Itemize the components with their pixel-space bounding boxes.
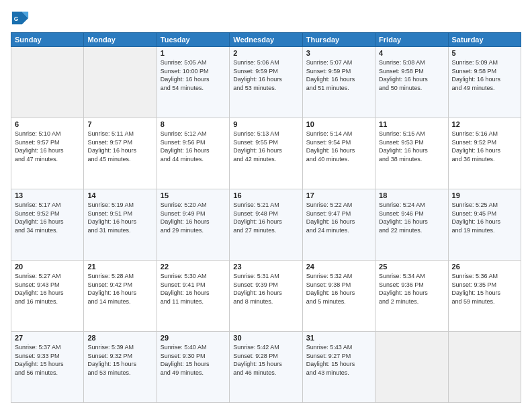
cell-content: Sunrise: 5:10 AM Sunset: 9:57 PM Dayligh… xyxy=(15,130,80,163)
weekday-header-thursday: Thursday xyxy=(302,33,375,47)
calendar-cell: 29Sunrise: 5:40 AM Sunset: 9:30 PM Dayli… xyxy=(157,332,229,403)
cell-content: Sunrise: 5:37 AM Sunset: 9:33 PM Dayligh… xyxy=(15,343,80,377)
day-number: 19 xyxy=(452,191,517,199)
calendar-cell: 17Sunrise: 5:22 AM Sunset: 9:47 PM Dayli… xyxy=(302,189,375,261)
weekday-header-friday: Friday xyxy=(375,33,448,47)
day-number: 16 xyxy=(233,191,298,199)
day-number: 25 xyxy=(379,263,444,271)
calendar-week-1: 1Sunrise: 5:05 AM Sunset: 10:00 PM Dayli… xyxy=(11,47,521,118)
calendar-cell: 2Sunrise: 5:06 AM Sunset: 9:59 PM Daylig… xyxy=(230,47,302,118)
weekday-header-tuesday: Tuesday xyxy=(157,33,229,47)
day-number: 3 xyxy=(306,49,371,57)
calendar-cell: 8Sunrise: 5:12 AM Sunset: 9:56 PM Daylig… xyxy=(157,118,229,189)
calendar-cell: 1Sunrise: 5:05 AM Sunset: 10:00 PM Dayli… xyxy=(157,47,229,118)
day-number: 17 xyxy=(306,191,371,199)
calendar-cell: 15Sunrise: 5:20 AM Sunset: 9:49 PM Dayli… xyxy=(157,189,229,261)
weekday-header-monday: Monday xyxy=(84,33,157,47)
cell-content: Sunrise: 5:20 AM Sunset: 9:49 PM Dayligh… xyxy=(161,201,226,234)
day-number: 31 xyxy=(306,334,371,342)
day-number: 24 xyxy=(306,263,371,271)
day-number: 5 xyxy=(452,49,517,57)
calendar-cell xyxy=(448,332,521,403)
day-number: 2 xyxy=(233,49,298,57)
svg-text:G: G xyxy=(14,15,19,22)
cell-content: Sunrise: 5:11 AM Sunset: 9:57 PM Dayligh… xyxy=(87,130,152,163)
day-number: 14 xyxy=(87,191,152,199)
day-number: 8 xyxy=(161,120,226,128)
day-number: 22 xyxy=(161,263,226,271)
calendar-cell: 9Sunrise: 5:13 AM Sunset: 9:55 PM Daylig… xyxy=(230,118,302,189)
day-number: 23 xyxy=(233,263,298,271)
calendar-cell: 4Sunrise: 5:08 AM Sunset: 9:58 PM Daylig… xyxy=(375,47,448,118)
page: G SundayMondayTuesdayWednesdayThursdayFr… xyxy=(0,0,532,411)
calendar-cell: 5Sunrise: 5:09 AM Sunset: 9:58 PM Daylig… xyxy=(448,47,521,118)
calendar-cell: 24Sunrise: 5:32 AM Sunset: 9:38 PM Dayli… xyxy=(302,261,375,332)
day-number: 29 xyxy=(161,334,226,342)
calendar-cell: 25Sunrise: 5:34 AM Sunset: 9:36 PM Dayli… xyxy=(375,261,448,332)
cell-content: Sunrise: 5:07 AM Sunset: 9:59 PM Dayligh… xyxy=(306,58,371,92)
cell-content: Sunrise: 5:34 AM Sunset: 9:36 PM Dayligh… xyxy=(379,272,444,306)
weekday-header-row: SundayMondayTuesdayWednesdayThursdayFrid… xyxy=(11,33,521,47)
day-number: 15 xyxy=(161,191,226,199)
day-number: 18 xyxy=(379,191,444,199)
day-number: 6 xyxy=(15,120,80,128)
cell-content: Sunrise: 5:09 AM Sunset: 9:58 PM Dayligh… xyxy=(452,58,517,92)
calendar-cell: 26Sunrise: 5:36 AM Sunset: 9:35 PM Dayli… xyxy=(448,261,521,332)
cell-content: Sunrise: 5:06 AM Sunset: 9:59 PM Dayligh… xyxy=(233,58,298,92)
day-number: 21 xyxy=(87,263,152,271)
cell-content: Sunrise: 5:14 AM Sunset: 9:54 PM Dayligh… xyxy=(306,130,371,163)
calendar-cell xyxy=(11,47,84,118)
calendar-week-4: 20Sunrise: 5:27 AM Sunset: 9:43 PM Dayli… xyxy=(11,261,521,332)
calendar-week-2: 6Sunrise: 5:10 AM Sunset: 9:57 PM Daylig… xyxy=(11,118,521,189)
calendar-cell: 31Sunrise: 5:43 AM Sunset: 9:27 PM Dayli… xyxy=(302,332,375,403)
calendar-week-5: 27Sunrise: 5:37 AM Sunset: 9:33 PM Dayli… xyxy=(11,332,521,403)
cell-content: Sunrise: 5:16 AM Sunset: 9:52 PM Dayligh… xyxy=(452,130,517,163)
calendar-cell: 21Sunrise: 5:28 AM Sunset: 9:42 PM Dayli… xyxy=(84,261,157,332)
cell-content: Sunrise: 5:21 AM Sunset: 9:48 PM Dayligh… xyxy=(233,201,298,234)
calendar-week-3: 13Sunrise: 5:17 AM Sunset: 9:52 PM Dayli… xyxy=(11,189,521,261)
weekday-header-saturday: Saturday xyxy=(448,33,521,47)
cell-content: Sunrise: 5:42 AM Sunset: 9:28 PM Dayligh… xyxy=(233,343,298,377)
calendar-cell: 16Sunrise: 5:21 AM Sunset: 9:48 PM Dayli… xyxy=(230,189,302,261)
calendar-cell: 14Sunrise: 5:19 AM Sunset: 9:51 PM Dayli… xyxy=(84,189,157,261)
cell-content: Sunrise: 5:12 AM Sunset: 9:56 PM Dayligh… xyxy=(161,130,226,163)
calendar-cell xyxy=(84,47,157,118)
calendar-cell: 30Sunrise: 5:42 AM Sunset: 9:28 PM Dayli… xyxy=(230,332,302,403)
calendar-cell: 23Sunrise: 5:31 AM Sunset: 9:39 PM Dayli… xyxy=(230,261,302,332)
cell-content: Sunrise: 5:40 AM Sunset: 9:30 PM Dayligh… xyxy=(161,343,226,377)
calendar-cell: 18Sunrise: 5:24 AM Sunset: 9:46 PM Dayli… xyxy=(375,189,448,261)
cell-content: Sunrise: 5:05 AM Sunset: 10:00 PM Daylig… xyxy=(161,58,226,92)
weekday-header-wednesday: Wednesday xyxy=(230,33,302,47)
day-number: 12 xyxy=(452,120,517,128)
cell-content: Sunrise: 5:32 AM Sunset: 9:38 PM Dayligh… xyxy=(306,272,371,306)
cell-content: Sunrise: 5:17 AM Sunset: 9:52 PM Dayligh… xyxy=(15,201,80,234)
calendar-cell: 28Sunrise: 5:39 AM Sunset: 9:32 PM Dayli… xyxy=(84,332,157,403)
day-number: 30 xyxy=(233,334,298,342)
calendar-cell: 27Sunrise: 5:37 AM Sunset: 9:33 PM Dayli… xyxy=(11,332,84,403)
day-number: 10 xyxy=(306,120,371,128)
day-number: 4 xyxy=(379,49,444,57)
day-number: 1 xyxy=(161,49,226,57)
calendar-cell: 10Sunrise: 5:14 AM Sunset: 9:54 PM Dayli… xyxy=(302,118,375,189)
day-number: 20 xyxy=(15,263,80,271)
day-number: 26 xyxy=(452,263,517,271)
cell-content: Sunrise: 5:31 AM Sunset: 9:39 PM Dayligh… xyxy=(233,272,298,306)
calendar-cell: 3Sunrise: 5:07 AM Sunset: 9:59 PM Daylig… xyxy=(302,47,375,118)
cell-content: Sunrise: 5:30 AM Sunset: 9:41 PM Dayligh… xyxy=(161,272,226,306)
calendar-cell: 11Sunrise: 5:15 AM Sunset: 9:53 PM Dayli… xyxy=(375,118,448,189)
cell-content: Sunrise: 5:22 AM Sunset: 9:47 PM Dayligh… xyxy=(306,201,371,234)
cell-content: Sunrise: 5:28 AM Sunset: 9:42 PM Dayligh… xyxy=(87,272,152,306)
day-number: 28 xyxy=(87,334,152,342)
day-number: 9 xyxy=(233,120,298,128)
calendar-cell: 13Sunrise: 5:17 AM Sunset: 9:52 PM Dayli… xyxy=(11,189,84,261)
header: G xyxy=(11,8,521,27)
cell-content: Sunrise: 5:43 AM Sunset: 9:27 PM Dayligh… xyxy=(306,343,371,377)
day-number: 13 xyxy=(15,191,80,199)
cell-content: Sunrise: 5:24 AM Sunset: 9:46 PM Dayligh… xyxy=(379,201,444,234)
cell-content: Sunrise: 5:39 AM Sunset: 9:32 PM Dayligh… xyxy=(87,343,152,377)
calendar-table: SundayMondayTuesdayWednesdayThursdayFrid… xyxy=(11,32,521,403)
cell-content: Sunrise: 5:15 AM Sunset: 9:53 PM Dayligh… xyxy=(379,130,444,163)
cell-content: Sunrise: 5:19 AM Sunset: 9:51 PM Dayligh… xyxy=(87,201,152,234)
calendar-cell: 20Sunrise: 5:27 AM Sunset: 9:43 PM Dayli… xyxy=(11,261,84,332)
day-number: 7 xyxy=(87,120,152,128)
